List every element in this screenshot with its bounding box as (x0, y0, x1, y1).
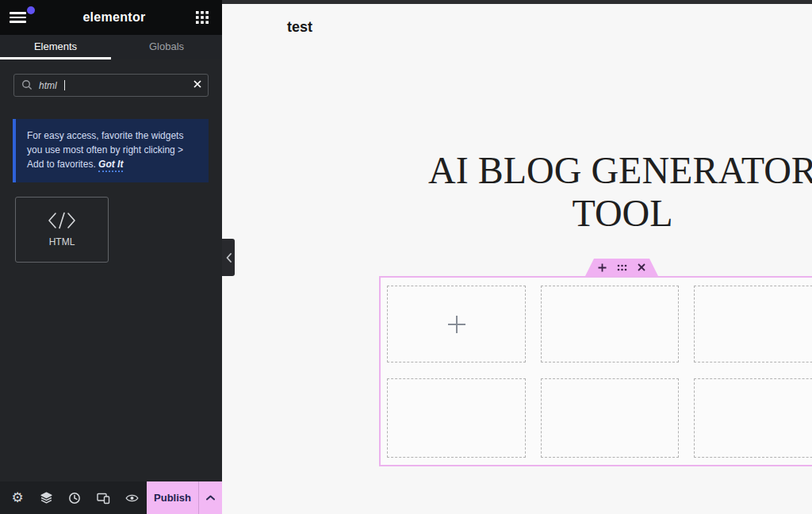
responsive-mode-button[interactable] (89, 481, 117, 514)
navigator-button[interactable] (32, 481, 60, 514)
page-title: test (287, 19, 312, 36)
history-button[interactable] (60, 481, 89, 514)
notification-dot (27, 6, 35, 14)
code-icon (48, 212, 76, 229)
empty-column-drop-area[interactable] (541, 378, 679, 458)
text-caret (64, 80, 65, 90)
eye-icon (125, 493, 139, 504)
heading-line-2: TOOL (428, 192, 812, 235)
publish-button[interactable]: Publish (147, 481, 199, 514)
empty-column-drop-area[interactable] (387, 286, 526, 362)
empty-column-drop-area[interactable] (541, 286, 679, 362)
devices-icon (97, 492, 110, 504)
add-container-button[interactable] (598, 263, 607, 272)
heading-line-1: AI BLOG GENERATOR (428, 149, 812, 192)
widgets-grid-button[interactable] (192, 7, 213, 28)
add-widget-icon (447, 315, 466, 334)
clear-search-button[interactable] (193, 80, 201, 88)
close-icon (638, 263, 645, 271)
delete-container-button[interactable] (638, 263, 645, 271)
collapse-panel-button[interactable] (222, 239, 235, 276)
plus-icon (598, 263, 607, 272)
panel-tabs: Elements Globals (0, 35, 222, 59)
widget-card-html[interactable]: HTML (15, 197, 109, 263)
container-handle[interactable] (585, 259, 658, 276)
gear-icon: ⚙ (11, 491, 23, 504)
search-icon (21, 79, 33, 94)
settings-button[interactable]: ⚙ (3, 481, 32, 514)
publish-split-button: Publish (147, 481, 222, 514)
empty-column-drop-area[interactable] (694, 286, 812, 362)
chevron-up-icon (206, 495, 215, 501)
tab-globals[interactable]: Globals (111, 35, 222, 59)
drag-container-button[interactable] (617, 264, 627, 271)
got-it-link[interactable]: Got It (98, 159, 123, 172)
widget-label: HTML (49, 236, 75, 247)
chevron-left-icon (226, 253, 232, 263)
close-icon (193, 80, 201, 88)
widget-search (13, 74, 209, 97)
elementor-logo: elementor (36, 10, 192, 25)
history-icon (68, 492, 81, 504)
apps-grid-icon (196, 11, 209, 24)
menu-button[interactable] (10, 8, 36, 27)
search-input[interactable] (13, 74, 209, 97)
elementor-editor: elementor Elements Globals (0, 0, 812, 514)
canvas-top-bar (222, 0, 812, 4)
hamburger-icon (10, 12, 26, 14)
preview-button[interactable] (117, 481, 146, 514)
empty-column-drop-area[interactable] (694, 378, 812, 458)
widgets-panel: elementor Elements Globals (0, 0, 222, 514)
tab-elements[interactable]: Elements (0, 35, 111, 59)
publish-options-button[interactable] (199, 481, 222, 514)
panel-header: elementor (0, 0, 222, 35)
favorites-tip-notice: For easy access, favorite the widgets yo… (13, 119, 209, 182)
heading-widget[interactable]: AI BLOG GENERATOR TOOL (428, 149, 812, 235)
layers-icon (40, 491, 53, 504)
selected-container[interactable] (379, 276, 812, 466)
panel-footer: ⚙ (0, 481, 222, 514)
editor-canvas: test AI BLOG GENERATOR TOOL (222, 0, 812, 514)
drag-dots-icon (617, 264, 627, 271)
empty-column-drop-area[interactable] (387, 378, 526, 458)
